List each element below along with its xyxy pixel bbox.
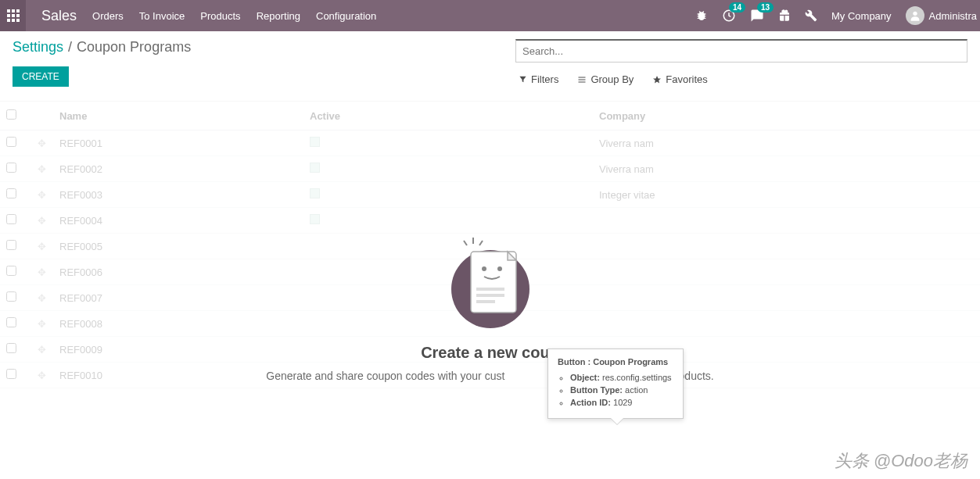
debug-icon[interactable]: [695, 9, 708, 22]
menu-orders[interactable]: Orders: [92, 10, 124, 22]
row-checkbox[interactable]: [6, 163, 16, 173]
svg-point-10: [913, 12, 917, 16]
svg-rect-2: [16, 9, 20, 13]
drag-handle-icon[interactable]: ✥: [38, 138, 46, 149]
cell-company: Viverra nam: [593, 130, 980, 156]
svg-point-13: [482, 266, 486, 271]
cell-active: [303, 208, 593, 234]
search-box[interactable]: [515, 39, 967, 63]
user-menu[interactable]: Administra: [906, 6, 977, 25]
company-selector[interactable]: My Company: [831, 10, 892, 22]
svg-line-18: [464, 241, 467, 245]
topbar: Sales Orders To Invoice Products Reporti…: [0, 0, 980, 31]
cell-company: Viverra nam: [593, 156, 980, 182]
breadcrumb-parent[interactable]: Settings: [13, 39, 63, 55]
svg-rect-15: [476, 288, 504, 291]
favorites-button[interactable]: Favorites: [652, 73, 707, 85]
avatar: [906, 6, 924, 25]
svg-rect-8: [16, 19, 20, 22]
svg-rect-6: [7, 19, 10, 22]
svg-point-14: [497, 266, 502, 271]
cell-active: [303, 156, 593, 182]
app-name[interactable]: Sales: [26, 8, 92, 24]
table-row[interactable]: ✥REF0001Viverra nam: [0, 130, 980, 156]
groupby-button[interactable]: Group By: [577, 73, 634, 85]
main-menu: Orders To Invoice Products Reporting Con…: [92, 10, 376, 22]
empty-state: Create a new coup Generate and share cou…: [0, 234, 980, 382]
table-row[interactable]: ✥REF0003Integer vitae: [0, 182, 980, 208]
watermark: 头条 @Odoo老杨: [835, 449, 967, 473]
tooltip-title: Button : Coupon Programs: [558, 357, 673, 366]
cell-company: [593, 208, 980, 234]
column-active[interactable]: Active: [303, 102, 593, 130]
filter-icon: [519, 75, 527, 84]
column-company[interactable]: Company: [593, 102, 980, 130]
apps-icon[interactable]: [0, 0, 26, 31]
column-name[interactable]: Name: [53, 102, 303, 130]
cell-name: REF0002: [53, 156, 303, 182]
empty-folder-icon: [443, 234, 537, 328]
svg-rect-17: [476, 300, 495, 303]
menu-products[interactable]: Products: [200, 10, 240, 22]
menu-configuration[interactable]: Configuration: [316, 10, 376, 22]
svg-rect-3: [7, 14, 10, 17]
cell-active: [303, 182, 593, 208]
svg-rect-7: [12, 19, 15, 22]
activities-badge: 14: [729, 2, 745, 13]
cell-company: Integer vitae: [593, 182, 980, 208]
list-icon: [577, 75, 587, 84]
svg-rect-5: [16, 14, 20, 17]
tools-icon[interactable]: [805, 9, 817, 22]
select-all-checkbox[interactable]: [6, 109, 16, 120]
discuss-icon[interactable]: 13: [750, 9, 764, 23]
cell-active: [303, 130, 593, 156]
systray: 14 13 My Company Administra: [695, 6, 980, 25]
empty-title: Create a new coup: [421, 344, 559, 362]
svg-rect-1: [12, 9, 15, 13]
breadcrumb: Settings/Coupon Programs: [13, 39, 191, 55]
menu-reporting[interactable]: Reporting: [257, 10, 300, 22]
drag-handle-icon[interactable]: ✥: [38, 163, 46, 175]
row-checkbox[interactable]: [6, 188, 16, 198]
menu-to-invoice[interactable]: To Invoice: [139, 10, 185, 22]
activities-icon[interactable]: 14: [722, 9, 736, 23]
create-button[interactable]: CREATE: [13, 66, 69, 87]
row-checkbox[interactable]: [6, 214, 16, 224]
user-name: Administra: [929, 10, 977, 22]
svg-rect-0: [7, 9, 10, 13]
discuss-badge: 13: [757, 2, 774, 13]
row-checkbox[interactable]: [6, 137, 16, 147]
svg-line-20: [479, 241, 483, 245]
cell-name: REF0004: [53, 208, 303, 234]
drag-handle-icon[interactable]: ✥: [38, 215, 46, 227]
filters-button[interactable]: Filters: [519, 73, 558, 85]
gift-icon[interactable]: [778, 9, 791, 22]
svg-rect-16: [476, 294, 504, 297]
debug-tooltip: Button : Coupon Programs Object: res.con…: [547, 349, 684, 419]
table-row[interactable]: ✥REF0002Viverra nam: [0, 156, 980, 182]
table-row[interactable]: ✥REF0004: [0, 208, 980, 234]
cell-name: REF0003: [53, 182, 303, 208]
breadcrumb-current: Coupon Programs: [77, 39, 191, 55]
svg-rect-4: [12, 14, 15, 17]
control-panel: Settings/Coupon Programs CREATE Filters …: [0, 31, 980, 102]
drag-handle-icon[interactable]: ✥: [38, 189, 46, 201]
cell-name: REF0001: [53, 130, 303, 156]
search-options: Filters Group By Favorites: [515, 73, 967, 85]
star-icon: [652, 75, 662, 84]
search-input[interactable]: [516, 41, 967, 62]
